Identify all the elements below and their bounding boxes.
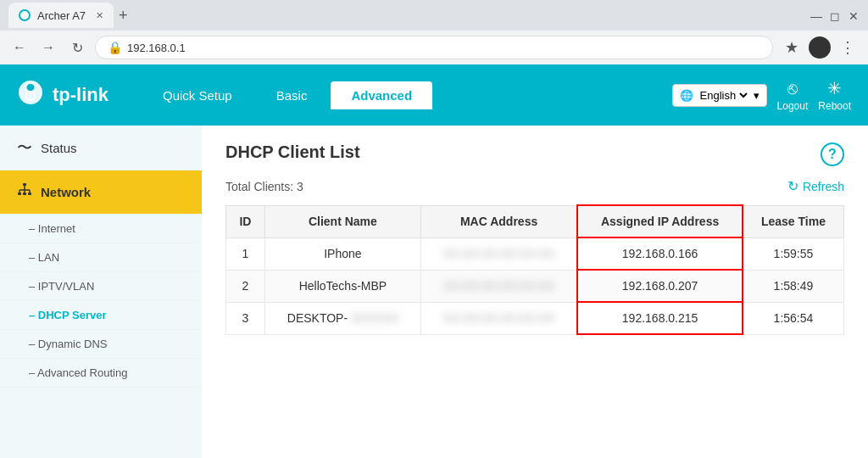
cell-mac-2: XX:XX:XX:XX:XX:XX (420, 270, 577, 302)
cell-name-3: DESKTOP- XXXXXX (264, 302, 420, 334)
tab-basic[interactable]: Basic (256, 81, 328, 109)
address-bar-row: ← → ↻ 🔒 192.168.0.1 ★ ⋮ (0, 31, 868, 64)
new-tab-button[interactable]: + (119, 7, 128, 25)
browser-tab[interactable]: Archer A7 ✕ (8, 3, 114, 28)
sidebar-item-network[interactable]: Network (0, 170, 202, 215)
language-dropdown[interactable]: English (697, 88, 750, 103)
reboot-icon: ✳ (827, 78, 842, 98)
page-title: DHCP Client List (225, 142, 360, 162)
reboot-button[interactable]: ✳ Reboot (818, 78, 851, 112)
menu-button[interactable]: ⋮ (836, 36, 860, 59)
sidebar: 〜 Status Network (0, 126, 202, 458)
tab-title: Archer A7 (37, 9, 86, 22)
logo-area: tp-link (17, 79, 108, 112)
mac-blurred-3: XX:XX:XX:XX:XX:XX (443, 311, 555, 325)
address-text: 192.168.0.1 (127, 42, 186, 54)
window-controls: — ◻ ✕ (810, 9, 860, 21)
sidebar-sub-ddns[interactable]: – Dynamic DNS (0, 330, 202, 359)
total-clients-bar: Total Clients: 3 ↻ Refresh (225, 178, 844, 194)
main-nav: Quick Setup Basic Advanced (142, 81, 672, 109)
tp-link-logo-icon (17, 79, 44, 112)
toolbar-right: ★ ⋮ (780, 36, 860, 59)
status-icon: 〜 (17, 137, 32, 158)
cell-id-3: 3 (226, 302, 265, 334)
title-bar: Archer A7 ✕ + — ◻ ✕ (0, 0, 868, 31)
refresh-button[interactable]: ↻ Refresh (787, 178, 844, 194)
col-header-client-name: Client Name (264, 205, 420, 237)
table-row: 1 IPhone XX:XX:XX:XX:XX:XX 192.168.0.166… (226, 237, 844, 270)
svg-rect-6 (28, 193, 31, 195)
cell-ip-2: 192.168.0.207 (577, 270, 743, 302)
network-icon (17, 182, 32, 202)
extensions-button[interactable]: ★ (780, 36, 804, 59)
cell-name-2: HelloTechs-MBP (264, 270, 420, 302)
desktop-name-blurred: XXXXXX (351, 311, 398, 325)
logo-text: tp-link (53, 84, 108, 106)
col-header-assigned-ip: Assigned IP Address (577, 205, 743, 237)
chevron-down-icon: ▾ (754, 89, 760, 102)
router-header: tp-link Quick Setup Basic Advanced 🌐 Eng… (0, 64, 868, 126)
sidebar-sub-iptv[interactable]: – IPTV/VLAN (0, 272, 202, 301)
sidebar-sub-routing[interactable]: – Advanced Routing (0, 359, 202, 388)
cell-lease-3: 1:56:54 (743, 302, 844, 334)
sidebar-sub-lan[interactable]: – LAN (0, 243, 202, 272)
cell-ip-3: 192.168.0.215 (577, 302, 743, 334)
lock-icon: 🔒 (108, 41, 122, 54)
svg-point-0 (20, 11, 29, 20)
back-button[interactable]: ← (8, 36, 31, 59)
cell-mac-1: XX:XX:XX:XX:XX:XX (420, 237, 577, 270)
dhcp-client-table: ID Client Name MAC Address Assigned IP A… (225, 204, 844, 335)
close-button[interactable]: ✕ (848, 9, 860, 21)
address-bar[interactable]: 🔒 192.168.0.1 (95, 36, 773, 59)
cell-name-1: IPhone (264, 237, 420, 270)
total-clients-label: Total Clients: 3 (225, 180, 303, 193)
svg-rect-7 (23, 193, 26, 195)
cell-lease-1: 1:59:55 (743, 237, 844, 270)
col-header-id: ID (226, 205, 265, 237)
cell-ip-1: 192.168.0.166 (577, 237, 743, 270)
profile-avatar[interactable] (809, 36, 831, 59)
mac-blurred-2: XX:XX:XX:XX:XX:XX (443, 279, 555, 293)
minimize-button[interactable]: — (810, 9, 822, 21)
sidebar-sub-dhcp[interactable]: – DHCP Server (0, 301, 202, 330)
cell-id-2: 2 (226, 270, 265, 302)
table-row: 3 DESKTOP- XXXXXX XX:XX:XX:XX:XX:XX 192.… (226, 302, 844, 334)
page-header: DHCP Client List ? (225, 142, 844, 166)
browser-chrome: Archer A7 ✕ + — ◻ ✕ ← → ↻ 🔒 192.168.0.1 … (0, 0, 868, 64)
cell-id-1: 1 (226, 237, 265, 270)
refresh-icon: ↻ (787, 178, 798, 194)
tab-favicon (19, 9, 31, 21)
maximize-button[interactable]: ◻ (829, 9, 841, 21)
col-header-lease-time: Lease Time (743, 205, 844, 237)
tab-quick-setup[interactable]: Quick Setup (142, 81, 253, 109)
cell-lease-2: 1:58:49 (743, 270, 844, 302)
refresh-label: Refresh (803, 180, 844, 193)
content-area: DHCP Client List ? Total Clients: 3 ↻ Re… (202, 126, 868, 458)
table-row: 2 HelloTechs-MBP XX:XX:XX:XX:XX:XX 192.1… (226, 270, 844, 302)
col-header-mac: MAC Address (420, 205, 577, 237)
help-button[interactable]: ? (821, 142, 844, 166)
tab-advanced[interactable]: Advanced (331, 81, 432, 109)
reload-button[interactable]: ↻ (66, 36, 88, 59)
svg-rect-5 (18, 193, 21, 195)
svg-rect-4 (23, 183, 26, 186)
sidebar-item-status[interactable]: 〜 Status (0, 126, 202, 170)
logout-icon: ⎋ (787, 79, 798, 98)
sidebar-item-label-network: Network (41, 185, 91, 199)
router-ui: tp-link Quick Setup Basic Advanced 🌐 Eng… (0, 64, 868, 458)
tab-close-button[interactable]: ✕ (96, 10, 103, 21)
mac-blurred-1: XX:XX:XX:XX:XX:XX (443, 247, 555, 260)
sidebar-item-label-status: Status (41, 141, 77, 155)
header-right: 🌐 English ▾ ⎋ Logout ✳ Reboot (672, 78, 851, 112)
main-layout: 〜 Status Network (0, 126, 868, 458)
table-header-row: ID Client Name MAC Address Assigned IP A… (226, 205, 844, 237)
logout-button[interactable]: ⎋ Logout (777, 79, 809, 112)
language-selector[interactable]: 🌐 English ▾ (672, 84, 767, 107)
lang-flag-icon: 🌐 (680, 89, 693, 102)
sidebar-sub-internet[interactable]: – Internet (0, 215, 202, 243)
forward-button[interactable]: → (37, 36, 59, 59)
cell-mac-3: XX:XX:XX:XX:XX:XX (420, 302, 577, 334)
